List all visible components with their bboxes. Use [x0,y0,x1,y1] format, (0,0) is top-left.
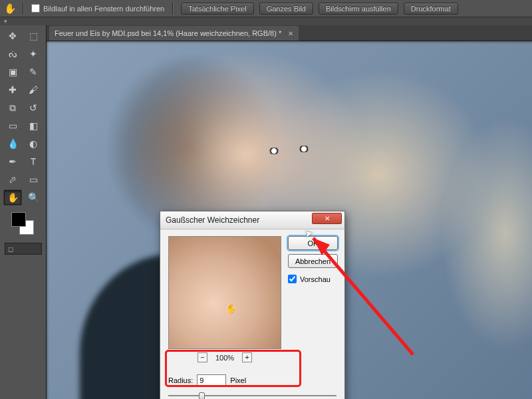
slider-thumb[interactable] [199,392,205,399]
quick-mask-toggle[interactable]: ◻ [5,243,42,255]
radius-label: Radius: [168,376,193,384]
preview-label: Vorschau [300,275,331,283]
chevron-down-icon[interactable]: ▾ [4,18,7,25]
blur-preview[interactable]: ✋ [168,236,281,349]
tool-type[interactable]: T [24,154,43,170]
scroll-all-label: Bildlauf in allen Fenstern durchführen [43,5,164,13]
gaussian-blur-dialog: Gaußscher Weichzeichner ✕ ✋ − 100% [160,211,345,399]
separator [23,3,23,15]
tool-stamp[interactable]: ⧉ [3,100,22,116]
hand-tool-icon: ✋ [4,3,15,15]
print-size-button[interactable]: Druckformat [404,3,458,15]
options-bar: ✋ Bildlauf in allen Fenstern durchführen… [0,0,532,17]
radius-row: Radius: Pixel [168,374,336,386]
tool-shape[interactable]: ▭ [24,172,43,188]
photoshop-window: ✋ Bildlauf in allen Fenstern durchführen… [0,0,532,399]
fit-screen-button[interactable]: Ganzes Bild [259,3,313,15]
foreground-color-swatch[interactable] [11,212,26,227]
document-tab[interactable]: Feuer und Eis by MDI.psd bei 14,1% (Haar… [49,26,299,41]
tool-crop[interactable]: ▣ [3,64,22,80]
zoom-level: 100% [215,354,234,362]
actual-pixels-button[interactable]: Tatsächliche Pixel [181,3,253,15]
separator [172,3,173,15]
zoom-controls: − 100% + [168,352,281,362]
tool-lasso[interactable]: ᔔ [3,46,22,62]
dialog-close-button[interactable]: ✕ [312,213,342,224]
dialog-preview-column: ✋ − 100% + [168,236,281,362]
tool-heal[interactable]: ✚ [3,82,22,98]
tool-brush[interactable]: 🖌 [24,82,43,98]
close-icon[interactable]: ✕ [288,30,293,37]
toolbox: ✥⬚ᔔ✦▣✎✚🖌⧉↺▭◧💧◐✒T⬀▭✋🔍 ◻ [0,25,47,399]
document-tab-title: Feuer und Eis by MDI.psd bei 14,1% (Haar… [55,29,281,37]
canvas-viewport[interactable]: Gaußscher Weichzeichner ✕ ✋ − 100% [47,41,532,399]
radius-unit: Pixel [230,376,246,384]
dialog-footer: Radius: Pixel [160,370,344,399]
zoom-out-button[interactable]: − [198,352,207,362]
document-tab-bar: Feuer und Eis by MDI.psd bei 14,1% (Haar… [47,25,532,41]
color-swatches[interactable] [10,211,37,237]
cancel-button[interactable]: Abbrechen [288,254,338,268]
tool-zoom[interactable]: 🔍 [24,190,43,205]
tool-eyedropper[interactable]: ✎ [24,64,43,80]
tool-wand[interactable]: ✦ [24,46,43,62]
tool-gradient[interactable]: ◧ [24,118,43,134]
hand-cursor-icon: ✋ [225,303,237,314]
main-row: ✥⬚ᔔ✦▣✎✚🖌⧉↺▭◧💧◐✒T⬀▭✋🔍 ◻ Feuer und Eis by … [0,25,532,399]
dialog-title: Gaußscher Weichzeichner [166,215,259,225]
tool-path[interactable]: ⬀ [3,172,22,188]
dialog-titlebar[interactable]: Gaußscher Weichzeichner ✕ [160,211,344,229]
document-area: Feuer und Eis by MDI.psd bei 14,1% (Haar… [47,25,532,399]
tool-dodge[interactable]: ◐ [24,136,43,152]
tool-move[interactable]: ✥ [3,28,22,44]
tool-blur[interactable]: 💧 [3,136,22,152]
scroll-all-windows-checkbox[interactable]: Bildlauf in allen Fenstern durchführen [31,4,164,13]
preview-checkbox[interactable]: Vorschau [288,275,338,283]
fill-screen-button[interactable]: Bildschirm ausfüllen [319,3,398,15]
preview-checkbox-input[interactable] [288,275,297,283]
tool-eraser[interactable]: ▭ [3,118,22,134]
radius-input[interactable] [197,374,226,386]
options-subbar: ▾ [0,17,532,25]
radius-slider[interactable] [168,391,336,399]
zoom-in-button[interactable]: + [242,352,252,362]
tool-history[interactable]: ↺ [24,100,43,116]
tool-pen[interactable]: ✒ [3,154,22,170]
tool-marquee[interactable]: ⬚ [24,28,43,44]
tool-hand[interactable]: ✋ [3,190,22,205]
dialog-button-column: OK Abbrechen Vorschau [288,236,338,362]
scroll-all-checkbox-input[interactable] [31,4,40,13]
